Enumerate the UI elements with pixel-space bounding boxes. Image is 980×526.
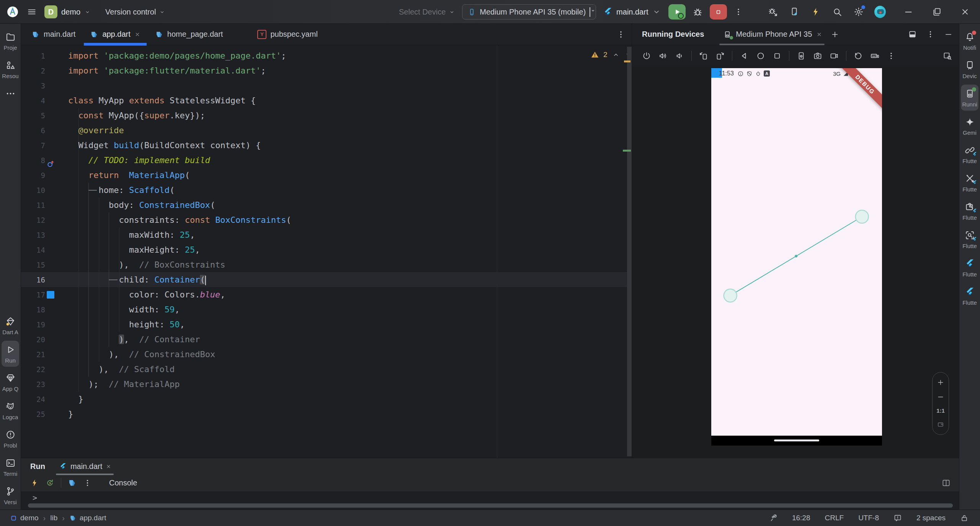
- warning-stripe-mark[interactable]: [624, 60, 630, 62]
- tool-flutter-performance[interactable]: Flutte: [961, 170, 978, 196]
- tool-app-quality-insights[interactable]: App Q: [2, 369, 19, 395]
- tab-options-icon[interactable]: [616, 30, 626, 39]
- profile-avatar[interactable]: [874, 6, 886, 18]
- editor-scrollbar[interactable]: [627, 47, 632, 456]
- run-button[interactable]: [668, 4, 686, 20]
- main-menu-icon[interactable]: [27, 7, 37, 17]
- power-button[interactable]: [642, 51, 651, 60]
- close-icon[interactable]: [816, 31, 822, 38]
- split-layout-icon[interactable]: [942, 479, 951, 487]
- file-encoding[interactable]: UTF-8: [858, 514, 879, 522]
- code-line-24[interactable]: 24 }: [21, 392, 632, 407]
- display-search-icon[interactable]: [943, 51, 952, 60]
- rotate-left-button[interactable]: [699, 51, 708, 60]
- screenshot-button[interactable]: [813, 51, 822, 60]
- tool-flutter-entry-1[interactable]: Flutte: [961, 255, 978, 281]
- indent-size[interactable]: 2 spaces: [916, 514, 946, 522]
- run-tab[interactable]: main.dart: [59, 458, 111, 474]
- layout-icon[interactable]: [908, 30, 917, 39]
- tool-flutter-inspector[interactable]: Flutte: [961, 226, 978, 252]
- hot-reload-button[interactable]: [30, 479, 39, 487]
- more-tool-windows[interactable]: [2, 85, 19, 102]
- close-icon[interactable]: [106, 464, 111, 469]
- device-settings-button[interactable]: [797, 51, 806, 60]
- zoom-out-icon[interactable]: [937, 393, 944, 401]
- code-line-6[interactable]: 6 @override: [21, 123, 632, 138]
- ai-assistant-icon[interactable]: [769, 514, 777, 522]
- screen-record-button[interactable]: [830, 51, 839, 60]
- breadcrumb-lib[interactable]: lib: [50, 514, 57, 522]
- prev-warning-icon[interactable]: [612, 51, 620, 59]
- emulator-nav-bar[interactable]: [711, 436, 882, 446]
- zoom-in-icon[interactable]: [937, 379, 944, 386]
- code-line-7[interactable]: 7 Widget build(BuildContext context) {: [21, 138, 632, 153]
- editor-tab-app.dart[interactable]: app.dart: [83, 24, 147, 45]
- breadcrumb-demo[interactable]: demo: [10, 514, 39, 522]
- code-line-21[interactable]: 21 ), // ConstrainedBox: [21, 347, 632, 362]
- maximize-icon[interactable]: [931, 6, 942, 18]
- tool-notifications[interactable]: Notifi: [961, 28, 978, 54]
- volume-down-button[interactable]: [675, 51, 684, 60]
- zoom-fit-icon[interactable]: [937, 421, 944, 428]
- debug-button[interactable]: [693, 7, 703, 17]
- console-tab-label[interactable]: Console: [109, 479, 137, 487]
- readonly-lock-icon[interactable]: [960, 514, 969, 522]
- stop-button[interactable]: [710, 4, 727, 20]
- tool-flutter-outline[interactable]: Flutte: [961, 141, 978, 167]
- code-line-20[interactable]: 20 ), // Container: [21, 332, 632, 347]
- hot-restart-button[interactable]: [46, 479, 54, 487]
- code-editor[interactable]: 1import 'package:demo/pages/home_page.da…: [21, 45, 632, 458]
- rotate-right-button[interactable]: [715, 51, 725, 60]
- run-configuration-dropdown[interactable]: main.dart: [603, 7, 662, 17]
- color-swatch[interactable]: [46, 291, 55, 299]
- project-widget[interactable]: D demo: [44, 5, 91, 18]
- hardware-input-button[interactable]: [870, 51, 879, 60]
- dart-dev-service-button[interactable]: [68, 479, 77, 487]
- code-line-18[interactable]: 18 width: 59,: [21, 302, 632, 317]
- device-selector-dropdown[interactable]: Medium Phone API 35 (mobile): [462, 4, 596, 20]
- info-stripe-mark[interactable]: [623, 150, 631, 152]
- device-tab[interactable]: Medium Phone API 35: [723, 24, 822, 45]
- snapshot-button[interactable]: [854, 51, 863, 60]
- more-button[interactable]: [887, 51, 896, 60]
- tool-flutter-property-editor[interactable]: Flutte: [961, 198, 978, 224]
- add-device-icon[interactable]: [831, 30, 839, 39]
- back-button[interactable]: [740, 51, 749, 60]
- code-line-12[interactable]: 12 constraints: const BoxConstraints(: [21, 212, 632, 227]
- code-line-8[interactable]: 8 // TODO: implement build: [21, 153, 632, 168]
- code-line-16[interactable]: 16 child: Container(: [21, 272, 632, 287]
- tool-run[interactable]: Run: [2, 341, 19, 367]
- code-line-2[interactable]: 2import 'package:flutter/material.dart';: [21, 63, 632, 78]
- tool-problems[interactable]: Probl: [2, 426, 19, 452]
- tool-running-devices[interactable]: Runni: [961, 85, 978, 111]
- vcs-widget[interactable]: Version control: [105, 8, 165, 16]
- more-button[interactable]: [83, 479, 92, 487]
- tool-dart-analysis[interactable]: Dart A: [2, 312, 19, 338]
- settings-icon[interactable]: [853, 6, 864, 18]
- tool-gemini[interactable]: Gemi: [961, 113, 978, 139]
- emulator-screen[interactable]: 11:53 A 3G DEBUG: [711, 68, 882, 436]
- editor-tab-pubspec.yaml[interactable]: Ypubspec.yaml: [250, 24, 325, 45]
- code-line-19[interactable]: 19 height: 50,: [21, 317, 632, 332]
- code-line-3[interactable]: 3: [21, 78, 632, 93]
- cursor-position[interactable]: 16:28: [792, 514, 810, 522]
- gesture-pill[interactable]: [774, 439, 819, 441]
- tool-flutter-entry-2[interactable]: Flutte: [961, 283, 978, 309]
- inspections-widget[interactable]: 2: [591, 51, 632, 59]
- console-horizontal-scrollbar[interactable]: [28, 503, 953, 508]
- code-line-5[interactable]: 5 const MyApp({super.key});: [21, 108, 632, 123]
- code-line-10[interactable]: 10 home: Scaffold(: [21, 183, 632, 198]
- notifications-icon[interactable]: [893, 514, 902, 522]
- editor-tab-main.dart[interactable]: main.dart: [24, 24, 83, 45]
- more-actions-icon[interactable]: [734, 7, 743, 16]
- overview-button[interactable]: [773, 51, 782, 60]
- minimize-icon[interactable]: [903, 6, 914, 18]
- code-line-22[interactable]: 22 ), // Scaffold: [21, 362, 632, 377]
- volume-up-button[interactable]: [658, 51, 668, 60]
- attach-debugger-icon[interactable]: [767, 6, 779, 18]
- home-button[interactable]: [756, 51, 765, 60]
- tool-resource-manager[interactable]: Resou: [2, 56, 19, 82]
- code-line-13[interactable]: 13 maxWidth: 25,: [21, 227, 632, 242]
- tool-device-manager[interactable]: Devic: [961, 56, 978, 82]
- close-icon[interactable]: [134, 31, 140, 38]
